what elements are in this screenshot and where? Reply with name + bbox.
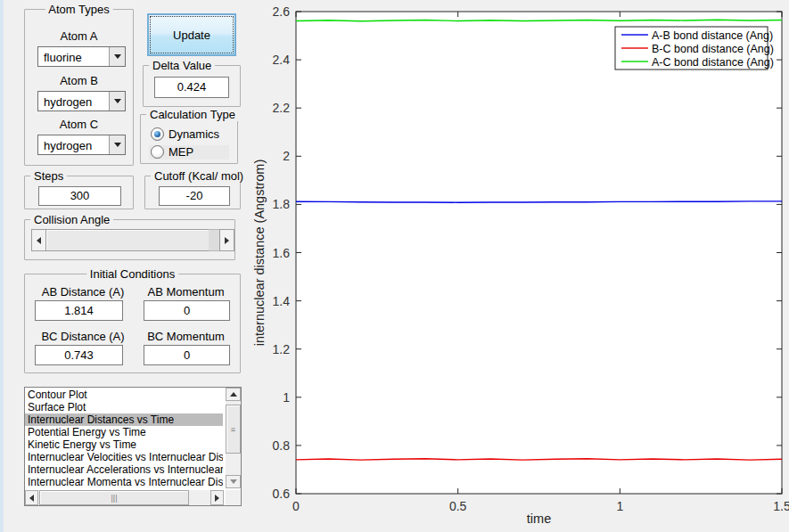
y-tick-label: 0.6 bbox=[273, 487, 291, 501]
scroll-left-button[interactable] bbox=[25, 490, 38, 505]
calculation-type-title: Calculation Type bbox=[146, 108, 239, 121]
vertical-scrollbar[interactable]: ≡ bbox=[226, 388, 241, 488]
collision-angle-title: Collision Angle bbox=[30, 213, 113, 226]
atom-types-title: Atom Types bbox=[45, 3, 112, 16]
y-tick-label: 1.8 bbox=[273, 197, 291, 211]
x-tick-label: 0 bbox=[292, 499, 300, 513]
legend-entry-label: B-C bond distance (Ang) bbox=[652, 43, 774, 55]
legend: A-B bond distance (Ang)B-C bond distance… bbox=[615, 27, 774, 70]
y-tick-label: 2.4 bbox=[273, 53, 291, 67]
cutoff-field[interactable]: -20 bbox=[159, 186, 230, 206]
update-button-label: Update bbox=[173, 29, 210, 42]
x-tick-label: 1 bbox=[616, 499, 623, 513]
mep-radio-label: MEP bbox=[168, 145, 193, 159]
y-tick-label: 2.6 bbox=[273, 4, 291, 19]
atom-b-dropdown[interactable]: hydrogen bbox=[37, 91, 126, 111]
list-item[interactable]: Internuclear Velocities vs Internuclear … bbox=[25, 451, 223, 463]
atom-a-dropdown[interactable]: fluorine bbox=[37, 46, 126, 67]
initial-conditions-groupbox: Initial Conditions AB Distance (A) AB Mo… bbox=[24, 274, 241, 373]
mep-radio[interactable] bbox=[151, 145, 164, 159]
vertical-scrollbar-thumb[interactable]: ≡ bbox=[226, 405, 241, 454]
chevron-down-icon[interactable] bbox=[109, 47, 125, 66]
atom-c-label: Atom C bbox=[25, 118, 133, 131]
bc-distance-label: BC Distance (A) bbox=[29, 330, 136, 343]
arrow-right-icon bbox=[215, 495, 219, 502]
list-item[interactable]: Internuclear Distances vs Time bbox=[25, 413, 223, 426]
scroll-right-button[interactable] bbox=[210, 490, 224, 505]
atom-c-dropdown[interactable]: hydrogen bbox=[37, 135, 126, 155]
chevron-down-icon[interactable] bbox=[109, 135, 125, 154]
ab-momentum-field[interactable]: 0 bbox=[144, 300, 230, 321]
y-tick-label: 2.2 bbox=[273, 101, 291, 115]
arrow-right-icon bbox=[225, 237, 229, 244]
y-tick-label: 1.2 bbox=[273, 342, 291, 356]
arrow-left-icon bbox=[37, 237, 41, 244]
arrow-down-icon bbox=[230, 479, 237, 484]
plot-type-listbox-items: Contour PlotSurface PlotInternuclear Dis… bbox=[25, 389, 223, 488]
slider-thumb[interactable] bbox=[45, 229, 210, 251]
y-tick-label: 2 bbox=[283, 149, 290, 163]
arrow-up-icon bbox=[230, 392, 237, 397]
bc-distance-field[interactable]: 0.743 bbox=[35, 345, 123, 365]
list-item[interactable]: Internuclear Accelerations vs Internucle… bbox=[25, 463, 223, 476]
horizontal-scrollbar[interactable]: ||| bbox=[25, 490, 224, 505]
atom-types-groupbox: Atom Types Atom A fluorine Atom B hydrog… bbox=[24, 9, 134, 166]
y-tick-label: 1.4 bbox=[273, 294, 291, 308]
atom-a-value: fluorine bbox=[44, 50, 82, 63]
list-item[interactable]: Kinetic Energy vs Time bbox=[25, 438, 223, 451]
slider-left-arrow[interactable] bbox=[31, 229, 46, 251]
chevron-down-icon[interactable] bbox=[109, 92, 125, 110]
ab-momentum-label: AB Momentum bbox=[139, 285, 233, 299]
steps-field[interactable]: 300 bbox=[38, 186, 121, 206]
x-tick-label: 0.5 bbox=[449, 499, 467, 513]
dynamics-radio[interactable] bbox=[151, 127, 164, 141]
arrow-left-icon bbox=[29, 495, 34, 502]
cutoff-title: Cutoff (Kcal/ mol) bbox=[151, 169, 247, 183]
y-tick-label: 0.8 bbox=[273, 438, 291, 453]
thumb-grip-icon: ≡ bbox=[231, 427, 235, 432]
calculation-type-groupbox: Calculation Type Dynamics MEP bbox=[140, 114, 238, 164]
atom-c-value: hydrogen bbox=[44, 138, 92, 151]
list-item[interactable]: Contour Plot bbox=[25, 389, 223, 401]
plot-area bbox=[296, 12, 782, 494]
y-axis-label: internuclear distance (Angstrom) bbox=[252, 160, 267, 347]
steps-groupbox: Steps 300 bbox=[24, 176, 134, 209]
app-window: 00.511.50.60.811.21.41.61.822.22.42.6tim… bbox=[0, 0, 789, 532]
steps-title: Steps bbox=[30, 169, 67, 183]
bc-momentum-label: BC Momentum bbox=[139, 330, 233, 343]
list-item[interactable]: Surface Plot bbox=[25, 401, 223, 413]
bc-momentum-field[interactable]: 0 bbox=[144, 345, 230, 365]
delta-value-field[interactable]: 0.424 bbox=[154, 77, 229, 98]
scrollbar-corner bbox=[226, 490, 241, 505]
scroll-up-button[interactable] bbox=[226, 388, 241, 401]
x-tick-label: 1.5 bbox=[773, 499, 789, 513]
cutoff-groupbox: Cutoff (Kcal/ mol) -20 bbox=[144, 176, 241, 209]
ab-distance-label: AB Distance (A) bbox=[29, 285, 136, 299]
thumb-grip-icon: ||| bbox=[111, 495, 117, 501]
scroll-down-button[interactable] bbox=[226, 475, 241, 488]
list-item[interactable]: Internuclear Momenta vs Internuclear Dis… bbox=[25, 476, 223, 488]
legend-entry-label: A-B bond distance (Ang) bbox=[652, 29, 773, 42]
y-tick-label: 1.6 bbox=[273, 246, 291, 260]
horizontal-scrollbar-thumb[interactable]: ||| bbox=[39, 490, 189, 505]
initial-conditions-title: Initial Conditions bbox=[86, 267, 178, 281]
atom-b-value: hydrogen bbox=[44, 94, 92, 108]
dynamics-radio-label: Dynamics bbox=[168, 127, 219, 141]
x-axis-label: time bbox=[527, 512, 551, 526]
plot-type-listbox[interactable]: Contour PlotSurface PlotInternuclear Dis… bbox=[24, 387, 242, 506]
slider-right-arrow[interactable] bbox=[219, 229, 234, 251]
delta-value-title: Delta Value bbox=[149, 59, 215, 72]
y-tick-label: 1 bbox=[283, 390, 290, 405]
list-item[interactable]: Potential Energy vs Time bbox=[25, 426, 223, 438]
ab-distance-field[interactable]: 1.814 bbox=[35, 300, 123, 321]
collision-angle-groupbox: Collision Angle bbox=[24, 219, 235, 260]
legend-entry-label: A-C bond distance (Ang) bbox=[652, 56, 774, 69]
atom-a-label: Atom A bbox=[25, 29, 133, 43]
delta-value-groupbox: Delta Value 0.424 bbox=[143, 65, 241, 107]
update-button[interactable]: Update bbox=[147, 13, 236, 56]
atom-b-label: Atom B bbox=[25, 74, 133, 87]
